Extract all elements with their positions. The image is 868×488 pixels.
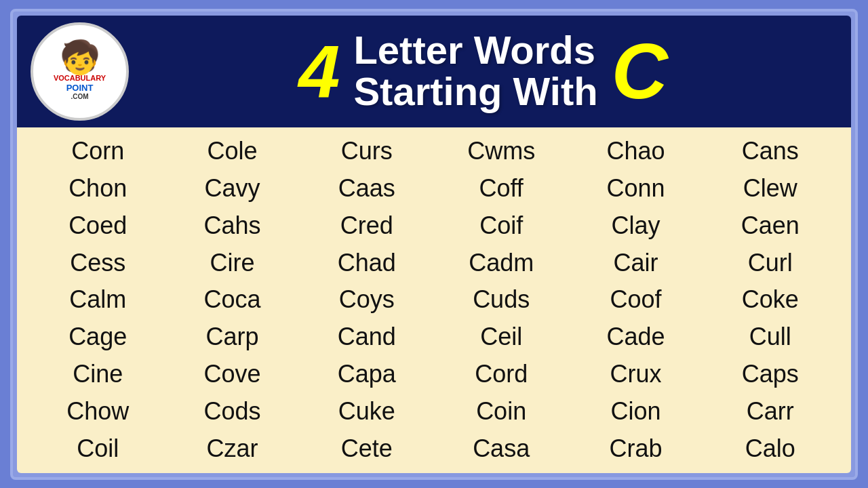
word-cell: Carp	[165, 320, 299, 354]
header: 🧒 VOCABULARY POINT .COM 4 Letter Words S…	[17, 16, 851, 127]
word-cell: Coed	[31, 209, 165, 243]
title-text: Letter Words Starting With	[353, 30, 597, 113]
word-cell: Cole	[165, 134, 299, 168]
word-cell: Clew	[703, 171, 837, 205]
word-cell: Conn	[568, 171, 703, 205]
word-cell: Cavy	[165, 171, 299, 205]
word-cell: Cove	[165, 357, 299, 391]
word-cell: Cion	[568, 394, 703, 428]
word-cell: Calo	[703, 432, 837, 466]
word-row: ChowCodsCukeCoinCionCarr	[31, 394, 837, 428]
word-cell: Cair	[568, 246, 703, 280]
word-cell: Calm	[31, 283, 165, 317]
word-cell: Cahs	[165, 209, 299, 243]
word-cell: Curs	[300, 134, 434, 168]
logo-point: POINT	[54, 83, 106, 94]
word-cell: Cadm	[434, 246, 568, 280]
word-cell: Caas	[300, 171, 434, 205]
word-cell: Cord	[434, 357, 568, 391]
word-cell: Coff	[434, 171, 568, 205]
word-cell: Chow	[31, 394, 165, 428]
word-cell: Cine	[31, 357, 165, 391]
word-cell: Cull	[703, 320, 837, 354]
word-row: CageCarpCandCeilCadeCull	[31, 320, 837, 354]
word-cell: Coys	[300, 283, 434, 317]
word-row: CineCoveCapaCordCruxCaps	[31, 357, 837, 391]
word-cell: Cire	[165, 246, 299, 280]
header-title: 4 Letter Words Starting With C	[129, 30, 837, 113]
logo-text: VOCABULARY POINT .COM	[54, 74, 106, 102]
word-cell: Crux	[568, 357, 703, 391]
word-cell: Ceil	[434, 320, 568, 354]
word-cell: Caen	[703, 209, 837, 243]
letter-c: C	[612, 33, 668, 110]
word-cell: Cete	[300, 432, 434, 466]
word-cell: Chon	[31, 171, 165, 205]
word-cell: Coof	[568, 283, 703, 317]
word-cell: Casa	[434, 432, 568, 466]
word-cell: Coif	[434, 209, 568, 243]
word-cell: Coil	[31, 432, 165, 466]
word-cell: Cand	[300, 320, 434, 354]
word-cell: Caps	[703, 357, 837, 391]
outer-container: 🧒 VOCABULARY POINT .COM 4 Letter Words S…	[10, 9, 858, 480]
word-row: CessCireChadCadmCairCurl	[31, 246, 837, 280]
logo-mascot: 🧒	[60, 41, 100, 74]
word-cell: Coke	[703, 283, 837, 317]
word-cell: Coca	[165, 283, 299, 317]
word-row: CoilCzarCeteCasaCrabCalo	[31, 432, 837, 466]
logo-vocab: VOCABULARY	[54, 74, 106, 83]
word-cell: Czar	[165, 432, 299, 466]
word-cell: Chad	[300, 246, 434, 280]
word-cell: Carr	[703, 394, 837, 428]
title-line2: Starting With	[353, 71, 597, 113]
word-cell: Curl	[703, 246, 837, 280]
word-cell: Cans	[703, 134, 837, 168]
word-row: CoedCahsCredCoifClayCaen	[31, 209, 837, 243]
word-cell: Cwms	[434, 134, 568, 168]
word-row: ChonCavyCaasCoffConnClew	[31, 171, 837, 205]
word-cell: Cade	[568, 320, 703, 354]
word-cell: Crab	[568, 432, 703, 466]
word-cell: Cuds	[434, 283, 568, 317]
word-cell: Chao	[568, 134, 703, 168]
word-cell: Cess	[31, 246, 165, 280]
word-cell: Cuke	[300, 394, 434, 428]
word-row: CalmCocaCoysCudsCoofCoke	[31, 283, 837, 317]
word-grid: CornColeCursCwmsChaoCansChonCavyCaasCoff…	[17, 127, 851, 473]
word-cell: Clay	[568, 209, 703, 243]
word-cell: Coin	[434, 394, 568, 428]
word-cell: Cage	[31, 320, 165, 354]
logo: 🧒 VOCABULARY POINT .COM	[31, 22, 129, 121]
word-cell: Cods	[165, 394, 299, 428]
word-cell: Corn	[31, 134, 165, 168]
word-cell: Cred	[300, 209, 434, 243]
number-4: 4	[298, 34, 340, 108]
word-row: CornColeCursCwmsChaoCans	[31, 134, 837, 168]
title-line1: Letter Words	[353, 30, 595, 71]
logo-com: .COM	[54, 93, 106, 101]
word-cell: Capa	[300, 357, 434, 391]
